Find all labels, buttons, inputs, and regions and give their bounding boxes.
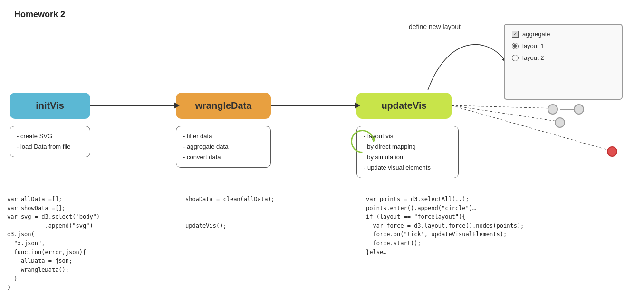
layout2-radio[interactable] — [512, 55, 519, 61]
svg-line-1 — [452, 105, 560, 122]
page-title: Homework 2 — [14, 10, 65, 19]
updatevis-box: updateVis — [356, 93, 452, 119]
arrow-1 — [90, 105, 176, 106]
svg-line-0 — [452, 105, 553, 108]
panel-layout1: layout 1 — [512, 42, 615, 49]
layout1-radio[interactable] — [512, 43, 519, 49]
code-wrangle: showData = clean(allData); updateVis(); — [185, 195, 275, 230]
code-wrangle-text: showData = clean(allData); updateVis(); — [185, 195, 275, 230]
wrangle-desc: - filter data- aggregate data- convert d… — [176, 126, 271, 168]
wrangle-box: wrangleData — [176, 93, 271, 119]
layout2-label: layout 2 — [522, 54, 544, 61]
initvis-desc-text: - create SVG- load Data from file — [17, 133, 70, 150]
initvis-desc: - create SVG- load Data from file — [10, 126, 90, 157]
code-initvis-text: var allData =[]; var showData =[]; var s… — [7, 195, 100, 292]
node-grey-3 — [555, 117, 565, 128]
panel: ✓ aggregate layout 1 layout 2 — [504, 24, 623, 100]
code-updatevis: var points = d3.selectAll(..); points.en… — [366, 195, 524, 257]
node-grey-2 — [574, 104, 584, 115]
node-grey-1 — [548, 104, 558, 115]
define-new-layout-label: define new layout — [409, 23, 461, 30]
aggregate-label: aggregate — [522, 30, 550, 38]
initvis-label: initVis — [36, 100, 64, 111]
wrangle-desc-text: - filter data- aggregate data- convert d… — [183, 133, 228, 161]
layout1-label: layout 1 — [522, 42, 544, 49]
panel-layout2: layout 2 — [512, 54, 615, 61]
code-updatevis-text: var points = d3.selectAll(..); points.en… — [366, 195, 524, 257]
code-initvis: var allData =[]; var showData =[]; var s… — [7, 195, 100, 292]
svg-line-2 — [452, 105, 612, 151]
arrow-2 — [271, 105, 356, 106]
arrowhead-1 — [174, 102, 180, 109]
circular-arrow — [349, 128, 375, 154]
panel-aggregate: ✓ aggregate — [512, 30, 615, 38]
wrangle-label: wrangleData — [195, 100, 252, 111]
node-red-1 — [607, 146, 617, 157]
arrowhead-2 — [355, 102, 360, 109]
aggregate-checkbox[interactable]: ✓ — [512, 31, 519, 38]
updatevis-label: updateVis — [381, 100, 426, 111]
initvis-box: initVis — [10, 93, 90, 119]
